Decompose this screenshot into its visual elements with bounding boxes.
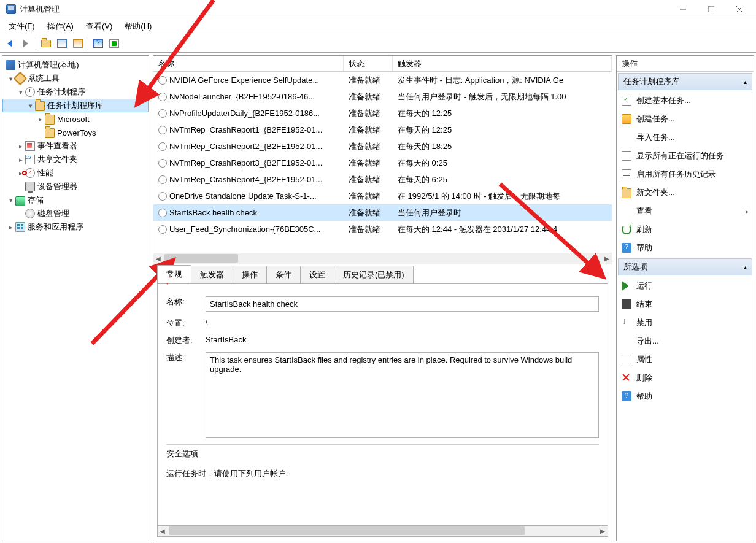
tree-event-viewer[interactable]: ▸事件查看器 bbox=[2, 139, 148, 153]
action-run[interactable]: 运行 bbox=[617, 277, 754, 295]
actions-section-library[interactable]: 任务计划程序库▴ bbox=[618, 73, 752, 90]
tree-task-scheduler[interactable]: ▾任务计划程序 bbox=[2, 85, 148, 99]
toolbar-btn-2[interactable] bbox=[55, 36, 69, 51]
horizontal-scrollbar[interactable]: ◀▶ bbox=[153, 253, 612, 264]
tab-actions[interactable]: 操作 bbox=[233, 266, 267, 283]
action-import-task[interactable]: 导入任务... bbox=[617, 128, 754, 147]
minimize-button[interactable] bbox=[669, 0, 697, 18]
detail-desc-label: 描述: bbox=[166, 352, 197, 363]
toolbar-btn-3[interactable] bbox=[71, 36, 85, 51]
tree-microsoft[interactable]: ▸Microsoft bbox=[2, 112, 148, 126]
action-properties[interactable]: 属性 bbox=[617, 350, 754, 369]
help-icon bbox=[622, 243, 631, 253]
action-view[interactable]: 查看▸ bbox=[617, 202, 754, 220]
action-enable-history[interactable]: 启用所有任务历史记录 bbox=[617, 165, 754, 183]
export-icon bbox=[622, 336, 631, 346]
window-title: 计算机管理 bbox=[20, 4, 669, 15]
task-row[interactable]: NvTmRep_CrashReport4_{B2FE1952-01...准备就绪… bbox=[153, 171, 612, 188]
create-basic-icon bbox=[622, 96, 631, 106]
tab-conditions[interactable]: 条件 bbox=[266, 266, 301, 283]
properties-icon bbox=[622, 355, 631, 364]
detail-creator-value: StartIsBack bbox=[206, 335, 599, 344]
tree-disk-management[interactable]: 磁盘管理 bbox=[2, 207, 148, 220]
tree-system-tools-label: 系统工具 bbox=[28, 73, 60, 84]
maximize-button[interactable] bbox=[697, 0, 725, 18]
tree-device-manager[interactable]: 设备管理器 bbox=[2, 180, 148, 193]
column-name[interactable]: 名称 bbox=[153, 56, 344, 71]
tab-triggers[interactable]: 触发器 bbox=[191, 266, 233, 283]
tree-system-tools[interactable]: ▾系统工具 bbox=[2, 72, 148, 85]
tree-powertoys-label: PowerToys bbox=[57, 128, 96, 137]
task-row[interactable]: NvTmRep_CrashReport1_{B2FE1952-01...准备就绪… bbox=[153, 121, 612, 138]
task-icon bbox=[158, 142, 167, 151]
task-row[interactable]: NvTmRep_CrashReport3_{B2FE1952-01...准备就绪… bbox=[153, 155, 612, 171]
disable-icon bbox=[622, 318, 631, 328]
menu-help[interactable]: 帮助(H) bbox=[118, 19, 158, 33]
tree-pane[interactable]: 计算机管理(本地) ▾系统工具 ▾任务计划程序 ▾任务计划程序库 ▸Micros… bbox=[2, 55, 149, 541]
actions-section-selected[interactable]: 所选项▴ bbox=[618, 258, 752, 275]
action-create-basic[interactable]: 创建基本任务... bbox=[617, 91, 754, 110]
action-refresh[interactable]: 刷新 bbox=[617, 220, 754, 239]
task-icon bbox=[158, 109, 167, 118]
task-row[interactable]: NvNodeLauncher_{B2FE1952-0186-46...准备就绪当… bbox=[153, 88, 612, 105]
delete-icon bbox=[622, 373, 631, 383]
tree-storage-label: 存储 bbox=[28, 194, 44, 206]
task-row[interactable]: NvTmRep_CrashReport2_{B2FE1952-01...准备就绪… bbox=[153, 138, 612, 155]
action-delete[interactable]: 删除 bbox=[617, 369, 754, 387]
tree-storage[interactable]: ▾存储 bbox=[2, 193, 148, 207]
action-help-2[interactable]: 帮助 bbox=[617, 387, 754, 406]
actions-pane: 操作 任务计划程序库▴ 创建基本任务... 创建任务... 导入任务... 显示… bbox=[616, 55, 754, 541]
tree-performance[interactable]: ▸性能 bbox=[2, 166, 148, 180]
task-icon bbox=[158, 175, 167, 184]
detail-name-input[interactable]: StartIsBack health check bbox=[206, 296, 599, 312]
menu-view[interactable]: 查看(V) bbox=[80, 19, 118, 33]
tree-shared-folders[interactable]: ▸共享文件夹 bbox=[2, 153, 148, 166]
action-disable[interactable]: 禁用 bbox=[617, 314, 754, 332]
tab-settings[interactable]: 设置 bbox=[300, 266, 334, 283]
tree-event-viewer-label: 事件查看器 bbox=[37, 141, 77, 152]
task-row[interactable]: User_Feed_Synchronization-{76BE305C...准备… bbox=[153, 221, 612, 237]
task-icon bbox=[158, 126, 167, 134]
action-help-1[interactable]: 帮助 bbox=[617, 239, 754, 257]
task-row[interactable]: NVIDIA GeForce Experience SelfUpdate...准… bbox=[153, 72, 612, 88]
action-new-folder[interactable]: 新文件夹... bbox=[617, 183, 754, 202]
toolbar bbox=[0, 34, 756, 53]
back-button[interactable] bbox=[2, 36, 17, 51]
action-end[interactable]: 结束 bbox=[617, 295, 754, 314]
tree-services-apps[interactable]: ▸服务和应用程序 bbox=[2, 220, 148, 234]
menu-file[interactable]: 文件(F) bbox=[2, 19, 41, 33]
tree-shared-folders-label: 共享文件夹 bbox=[37, 154, 77, 165]
task-row[interactable]: StartIsBack health check准备就绪当任何用户登录时 bbox=[153, 204, 612, 221]
task-row[interactable]: OneDrive Standalone Update Task-S-1-...准… bbox=[153, 188, 612, 204]
show-running-icon bbox=[622, 151, 631, 161]
tab-history[interactable]: 历史记录(已禁用) bbox=[334, 266, 414, 283]
forward-button[interactable] bbox=[18, 36, 33, 51]
action-show-running[interactable]: 显示所有正在运行的任务 bbox=[617, 147, 754, 165]
tree-library-label: 任务计划程序库 bbox=[47, 100, 103, 111]
action-create-task[interactable]: 创建任务... bbox=[617, 110, 754, 128]
column-trigger[interactable]: 触发器 bbox=[393, 56, 612, 71]
tree-performance-label: 性能 bbox=[37, 168, 53, 179]
tree-root[interactable]: 计算机管理(本地) bbox=[2, 58, 148, 72]
tree-device-manager-label: 设备管理器 bbox=[37, 181, 77, 192]
run-icon bbox=[622, 281, 631, 291]
open-icon[interactable] bbox=[39, 36, 53, 51]
action-export[interactable]: 导出... bbox=[617, 332, 754, 350]
tree-library[interactable]: ▾任务计划程序库 bbox=[2, 99, 148, 112]
task-row[interactable]: NvProfileUpdaterDaily_{B2FE1952-0186...准… bbox=[153, 105, 612, 121]
detail-desc-input[interactable]: This task ensures StartIsBack files and … bbox=[206, 352, 599, 438]
task-icon bbox=[158, 192, 167, 201]
tab-general[interactable]: 常规 bbox=[157, 265, 191, 283]
toolbar-btn-5[interactable] bbox=[107, 36, 122, 51]
tree-powertoys[interactable]: PowerToys bbox=[2, 126, 148, 139]
detail-horizontal-scrollbar[interactable]: ◀▶ bbox=[157, 526, 608, 537]
app-icon bbox=[6, 4, 16, 14]
menu-action[interactable]: 操作(A) bbox=[41, 19, 80, 33]
security-header: 安全选项 bbox=[166, 449, 599, 460]
import-icon bbox=[622, 133, 631, 142]
close-button[interactable] bbox=[725, 0, 754, 18]
task-icon bbox=[158, 159, 167, 168]
detail-name-label: 名称: bbox=[166, 296, 197, 307]
help-icon[interactable] bbox=[91, 36, 106, 51]
column-state[interactable]: 状态 bbox=[344, 56, 393, 71]
